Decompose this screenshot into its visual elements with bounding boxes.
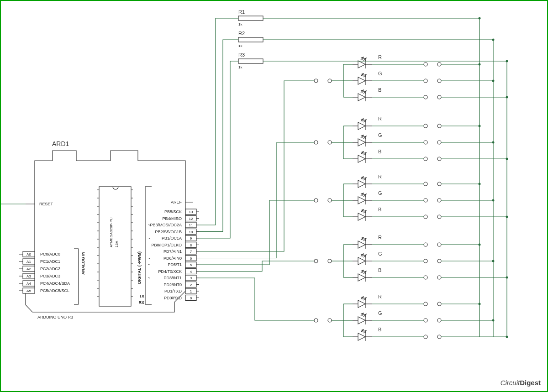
svg-point-167 <box>437 124 441 128</box>
svg-point-135 <box>424 63 427 66</box>
led-r-4: R <box>353 235 382 249</box>
svg-point-278 <box>437 335 441 339</box>
svg-point-260 <box>437 302 441 306</box>
led-b-1: B <box>353 87 381 101</box>
svg-point-206 <box>424 199 427 202</box>
svg-text:2: 2 <box>190 283 192 287</box>
svg-text:1k: 1k <box>238 65 242 69</box>
svg-text:PD3/INT1: PD3/INT1 <box>163 276 182 280</box>
svg-text:G: G <box>378 71 382 76</box>
svg-text:~: ~ <box>148 256 150 261</box>
led-g-2: G <box>353 132 382 146</box>
svg-text:7: 7 <box>190 250 192 254</box>
svg-point-198 <box>437 182 441 186</box>
rgb-led-group-3: RGB <box>314 174 508 221</box>
svg-point-252 <box>314 259 318 263</box>
led-r-5: R <box>353 294 382 308</box>
svg-text:13: 13 <box>189 210 193 214</box>
led-b-4: B <box>353 267 381 282</box>
svg-point-207 <box>437 199 441 202</box>
led-groups: RGBRGBRGBRGBRGB <box>314 54 508 341</box>
svg-text:G: G <box>378 132 382 138</box>
reset-label: RESET <box>39 202 53 206</box>
svg-text:B: B <box>378 327 381 332</box>
svg-text:3: 3 <box>190 276 192 280</box>
svg-text:PB2/SS/OC1B: PB2/SS/OC1B <box>155 230 182 234</box>
chip-label-2: 13A <box>115 240 119 247</box>
led-r-2: R <box>353 116 382 130</box>
svg-text:6: 6 <box>190 256 192 261</box>
svg-text:8: 8 <box>190 243 192 247</box>
svg-text:0: 0 <box>190 296 192 300</box>
svg-point-283 <box>314 319 318 322</box>
led-g-4: G <box>353 251 382 265</box>
svg-text:10: 10 <box>189 230 193 234</box>
led-b-5: B <box>353 327 381 341</box>
svg-text:R1: R1 <box>238 9 245 15</box>
svg-text:9: 9 <box>190 236 192 240</box>
svg-point-153 <box>424 95 427 99</box>
svg-text:A1: A1 <box>26 260 31 264</box>
svg-text:PB5/SCK: PB5/SCK <box>164 209 182 214</box>
svg-point-216 <box>437 215 441 219</box>
svg-text:PD0/RXD: PD0/RXD <box>164 296 182 300</box>
svg-point-197 <box>424 182 427 186</box>
svg-text:R: R <box>378 116 382 121</box>
brand-logo: CircuitDigest <box>501 379 541 387</box>
svg-text:PD4/T0/XCK: PD4/T0/XCK <box>158 269 182 274</box>
svg-text:R2: R2 <box>238 31 245 36</box>
svg-text:PC3/ADC3: PC3/ADC3 <box>40 274 60 278</box>
svg-text:A3: A3 <box>26 274 31 278</box>
svg-text:PB0/ICP1/CLKO: PB0/ICP1/CLKO <box>151 243 182 247</box>
svg-text:11: 11 <box>189 223 193 227</box>
chip-label-1: ATMEGA328P-PU <box>109 217 113 247</box>
svg-text:PD1/TXD: PD1/TXD <box>164 289 182 293</box>
svg-point-154 <box>437 95 441 99</box>
svg-text:A2: A2 <box>26 267 31 271</box>
svg-text:PB1/OC1A: PB1/OC1A <box>162 236 182 240</box>
rx-label: RX <box>138 300 144 305</box>
led-r-3: R <box>353 174 382 188</box>
svg-rect-122 <box>238 16 263 21</box>
svg-text:G: G <box>378 251 382 256</box>
svg-point-221 <box>314 199 318 202</box>
svg-text:R: R <box>378 294 382 299</box>
svg-point-237 <box>424 259 427 263</box>
svg-text:B: B <box>378 267 381 273</box>
svg-point-286 <box>479 17 481 20</box>
svg-text:PC0/ADC0: PC0/ADC0 <box>40 252 60 256</box>
svg-point-190 <box>314 141 318 144</box>
svg-text:1: 1 <box>190 289 192 293</box>
led-g-1: G <box>353 71 382 85</box>
svg-text:G: G <box>378 190 382 196</box>
svg-point-145 <box>437 79 441 83</box>
resistor-r1: R11k <box>238 9 263 26</box>
svg-text:R3: R3 <box>238 52 245 57</box>
svg-point-247 <box>437 276 441 279</box>
rgb-led-group-2: RGB <box>314 116 508 163</box>
resistors: R11kR21kR31k <box>238 9 263 69</box>
svg-text:R: R <box>378 174 382 179</box>
svg-point-277 <box>424 335 427 339</box>
led-b-3: B <box>353 207 381 221</box>
svg-text:PB4/MISO: PB4/MISO <box>162 216 182 221</box>
svg-text:A4: A4 <box>26 282 31 286</box>
svg-point-288 <box>506 60 508 63</box>
svg-point-251 <box>328 259 332 263</box>
svg-rect-125 <box>238 37 263 42</box>
svg-point-184 <box>424 157 427 161</box>
svg-point-144 <box>424 79 427 83</box>
svg-text:PC5/ADC5/SCL: PC5/ADC5/SCL <box>40 288 69 293</box>
arduino-ref: ARD1 <box>52 140 69 147</box>
svg-text:PC4/ADC4/SDA: PC4/ADC4/SDA <box>40 281 70 286</box>
svg-text:~: ~ <box>148 223 150 227</box>
svg-point-229 <box>437 243 441 246</box>
svg-point-228 <box>424 243 427 246</box>
svg-point-159 <box>314 79 318 83</box>
svg-rect-128 <box>238 59 263 63</box>
svg-text:B: B <box>378 149 381 154</box>
svg-text:PD6/AIN0: PD6/AIN0 <box>163 256 182 261</box>
wiring <box>199 17 508 338</box>
rgb-led-group-4: RGB <box>314 235 508 282</box>
svg-point-268 <box>424 319 427 322</box>
